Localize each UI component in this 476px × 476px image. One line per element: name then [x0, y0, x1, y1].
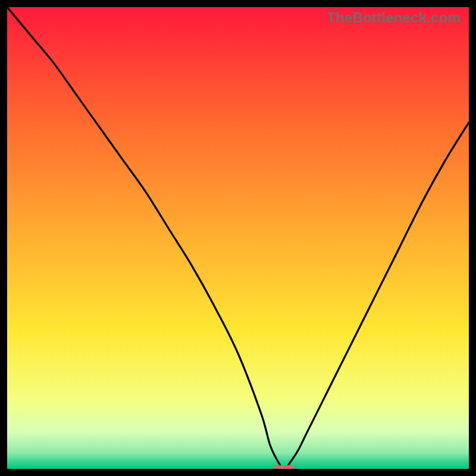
watermark: TheBottleneck.com — [327, 10, 461, 26]
plot-area: TheBottleneck.com — [7, 7, 469, 469]
bottleneck-curve — [7, 7, 469, 469]
svg-rect-1 — [274, 465, 295, 469]
chart-frame: TheBottleneck.com — [0, 0, 476, 476]
